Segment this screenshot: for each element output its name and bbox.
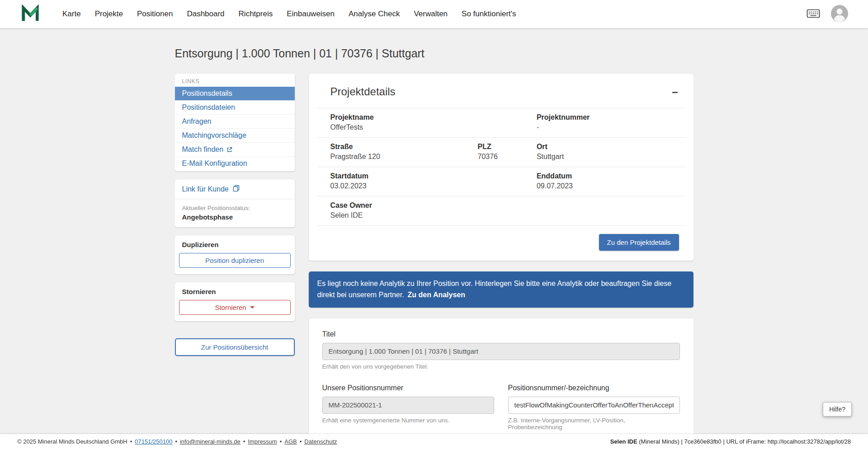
project-details-button[interactable]: Zu den Projektdetails (599, 234, 679, 251)
duplicate-heading: Duplizieren (182, 241, 291, 248)
table-row: Straße Pragstraße 120 PLZ 70376 Ort Stut… (317, 138, 685, 167)
separator: • (130, 438, 132, 445)
sidebar-item-anfragen[interactable]: Anfragen (175, 114, 295, 128)
positionsnummer-input[interactable] (322, 397, 494, 414)
nav-item-projekte[interactable]: Projekte (95, 9, 123, 19)
email-link[interactable]: info@mineral-minds.de (180, 438, 241, 445)
nav-item-verwalten[interactable]: Verwalten (414, 9, 448, 19)
brand-logo[interactable] (21, 5, 40, 23)
position-status-value: Angebotsphase (175, 212, 295, 227)
links-card: LINKS Positionsdetails Positionsdateien … (175, 74, 295, 171)
titel-label: Titel (322, 330, 680, 338)
sidebar: LINKS Positionsdetails Positionsdateien … (175, 74, 295, 356)
caret-down-icon (250, 306, 255, 309)
agb-link[interactable]: AGB (284, 438, 297, 445)
nav-item-positionen[interactable]: Positionen (137, 9, 173, 19)
bezeichnung-label: Positionsnummer/-bezeichnung (508, 384, 680, 392)
project-field: Projektnummer - (523, 113, 685, 131)
titel-input[interactable] (322, 343, 680, 360)
table-row: Case Owner Selen IDE (317, 196, 685, 226)
position-status-label: Aktueller Positionsstatus: (175, 199, 295, 212)
customer-card: Link für Kunde Aktueller Positionsstatus… (175, 179, 295, 227)
nav-item-so-funktionierts[interactable]: So funktioniert's (462, 9, 516, 19)
table-row: Startdatum 03.02.2023 Enddatum 09.07.202… (317, 167, 685, 196)
bezeichnung-input[interactable] (508, 397, 680, 414)
mineral-minds-logo-icon (21, 5, 40, 23)
nav-item-karte[interactable]: Karte (62, 9, 81, 19)
sidebar-item-positionsdetails[interactable]: Positionsdetails (175, 87, 295, 100)
user-name: Selen IDE (610, 438, 637, 445)
sidebar-item-label: Positionsdateien (182, 103, 235, 112)
titel-helper: Erhält den von uns vorgegebenen Titel. (322, 363, 680, 370)
separator: • (175, 438, 177, 445)
cancel-heading: Stornieren (182, 288, 291, 295)
positionsnummer-field: Unsere Positionsnummer Erhält eine syste… (322, 384, 494, 430)
collapse-button[interactable]: – (672, 86, 678, 97)
cancel-button[interactable]: Stornieren (179, 300, 291, 315)
sidebar-item-label: Positionsdetails (182, 89, 232, 98)
analytics-banner: Es liegt noch keine Analytik zu Ihrer Po… (309, 271, 693, 308)
customer-link-label: Link für Kunde (182, 185, 229, 193)
project-field: PLZ 70376 (464, 143, 523, 161)
separator: • (300, 438, 302, 445)
external-link-icon (226, 147, 232, 153)
table-row: Projektname OfferTests Projektnummer - (317, 108, 685, 138)
copy-icon (233, 185, 240, 193)
sidebar-item-positionsdateien[interactable]: Positionsdateien (175, 100, 295, 114)
duplicate-button-label: Position duplizieren (205, 257, 264, 264)
sidebar-item-email-konfiguration[interactable]: E-Mail Konfiguration (175, 156, 295, 170)
session-info: Selen IDE (Mineral Minds) | 7ce360e83fb0… (610, 438, 851, 445)
sidebar-item-label: Matchingvorschläge (182, 131, 246, 140)
footer: © 2025 Mineral Minds Deutschland GmbH • … (0, 434, 868, 449)
project-field: Projektname OfferTests (317, 113, 523, 131)
copyright-text: © 2025 Mineral Minds Deutschland GmbH (17, 438, 127, 445)
position-form-card: Titel Erhält den von uns vorgegebenen Ti… (309, 318, 693, 449)
project-details-title: Projektdetails (330, 85, 396, 98)
phone-link[interactable]: 07151/250100 (135, 438, 172, 445)
datenschutz-link[interactable]: Datenschutz (304, 438, 337, 445)
page-title: Entsorgung | 1.000 Tonnen | 01 | 70376 |… (175, 47, 693, 60)
nav-item-richtpreis[interactable]: Richtpreis (239, 9, 273, 19)
positionsnummer-helper: Erhält eine systemgenerierte Nummer von … (322, 417, 494, 424)
nav-item-einbauweisen[interactable]: Einbauweisen (287, 9, 335, 19)
separator: • (280, 438, 282, 445)
nav-item-dashboard[interactable]: Dashboard (187, 9, 224, 19)
help-button[interactable]: Hilfe? (823, 402, 852, 416)
position-overview-button[interactable]: Zur Positionsübersicht (175, 338, 295, 356)
navbar: Karte Projekte Positionen Dashboard Rich… (0, 0, 868, 28)
project-field: Straße Pragstraße 120 (317, 143, 464, 161)
user-avatar-button[interactable] (831, 5, 848, 23)
impressum-link[interactable]: Impressum (248, 438, 277, 445)
session-details: (Mineral Minds) | 7ce360e83fb0 | URL of … (637, 438, 851, 445)
avatar (831, 5, 848, 23)
titel-field: Titel Erhält den von uns vorgegebenen Ti… (322, 330, 680, 370)
main-content: Projektdetails – Projektname OfferTests … (309, 74, 693, 449)
keyboard-button[interactable] (807, 9, 820, 20)
customer-link[interactable]: Link für Kunde (175, 179, 295, 199)
keyboard-icon (807, 9, 820, 20)
duplicate-card: Duplizieren Position duplizieren (175, 235, 295, 274)
sidebar-item-match-finden[interactable]: Match finden (175, 142, 295, 156)
separator: • (243, 438, 245, 445)
bezeichnung-field: Positionsnummer/-bezeichnung Z.B. Intern… (508, 384, 680, 430)
project-field: Enddatum 09.07.2023 (523, 172, 685, 190)
project-field: Case Owner Selen IDE (317, 201, 685, 220)
sidebar-item-label: E-Mail Konfiguration (182, 159, 247, 168)
sidebar-item-label: Match finden (182, 145, 224, 154)
links-header: LINKS (175, 74, 295, 87)
banner-text: Es liegt noch keine Analytik zu Ihrer Po… (317, 280, 672, 299)
project-field: Ort Stuttgart (523, 143, 685, 161)
positionsnummer-label: Unsere Positionsnummer (322, 384, 494, 392)
nav-item-analyse-check[interactable]: Analyse Check (349, 9, 400, 19)
page-container: Entsorgung | 1.000 Tonnen | 01 | 70376 |… (175, 28, 693, 449)
cancel-button-label: Stornieren (215, 304, 246, 311)
main-nav: Karte Projekte Positionen Dashboard Rich… (62, 9, 516, 19)
project-field: Startdatum 03.02.2023 (317, 172, 523, 190)
sidebar-item-label: Anfragen (182, 117, 212, 126)
project-details-card: Projektdetails – Projektname OfferTests … (309, 74, 693, 261)
duplicate-position-button[interactable]: Position duplizieren (179, 253, 291, 268)
analyses-link[interactable]: Zu den Analysen (408, 291, 465, 299)
bezeichnung-helper: Z.B. Interne-Vorgangsnummer, LV-Position… (508, 417, 680, 430)
sidebar-item-matchingvorschlaege[interactable]: Matchingvorschläge (175, 128, 295, 142)
cancel-card: Stornieren Stornieren (175, 282, 295, 321)
